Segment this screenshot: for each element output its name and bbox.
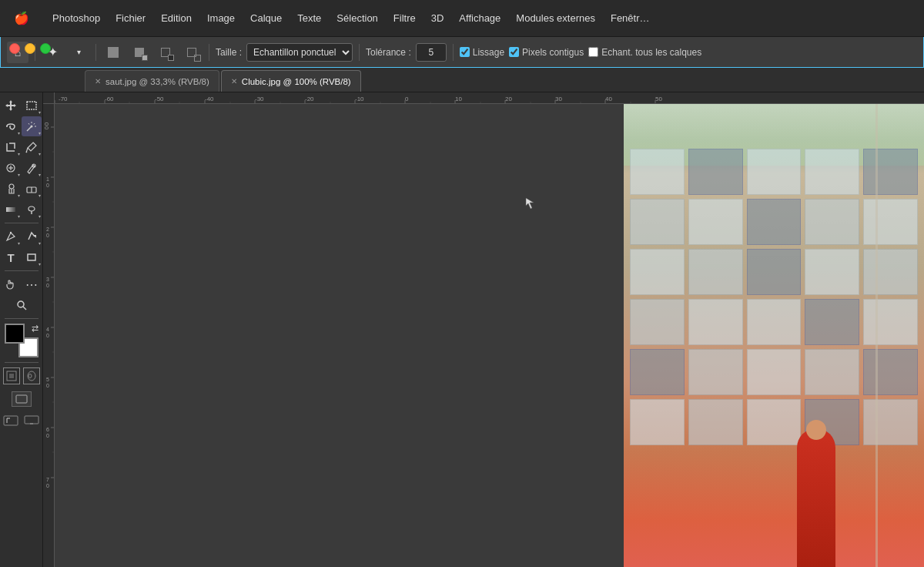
move-tool[interactable] <box>1 96 21 116</box>
apple-menu[interactable]: 🍎 <box>6 8 37 29</box>
hand-tool[interactable] <box>1 274 21 294</box>
svg-rect-34 <box>55 92 902 104</box>
svg-text:10: 10 <box>455 96 462 102</box>
rect-select-tool[interactable]: ▾ <box>22 96 42 116</box>
svg-text:5: 5 <box>46 377 49 382</box>
svg-rect-0 <box>27 102 36 109</box>
svg-text:0: 0 <box>46 433 49 438</box>
foreground-color-swatch[interactable] <box>5 324 25 344</box>
canvas[interactable] <box>55 104 924 567</box>
svg-text:40: 40 <box>605 96 612 102</box>
pixels-contigus-checkbox-group[interactable]: Pixels contigus <box>509 47 584 58</box>
shape-tool[interactable]: ▾ <box>22 247 42 267</box>
heal-tool[interactable]: ▾ <box>1 158 21 178</box>
menu-modules[interactable]: Modules externes <box>508 9 603 27</box>
tab-clubic[interactable]: ✕ Clubic.jpg @ 100% (RVB/8) <box>221 70 361 92</box>
3d-mode-btn[interactable] <box>1 411 21 431</box>
lasso-tool[interactable]: ▾ <box>1 116 21 136</box>
main-area: ▾ ▾ ▾ ▾ ▾ ▾ <box>0 92 924 567</box>
photo-area <box>624 104 924 567</box>
svg-point-21 <box>10 232 12 233</box>
menu-fenetre[interactable]: Fenêtr… <box>603 9 658 27</box>
tab-saut[interactable]: ✕ saut.jpg @ 33,3% (RVB/8) <box>85 70 219 92</box>
svg-text:0: 0 <box>405 96 409 102</box>
lissage-checkbox[interactable] <box>460 47 470 57</box>
crop-tool[interactable]: ▾ <box>1 137 21 157</box>
eyedropper-tool[interactable]: ▾ <box>22 137 42 157</box>
gradient-tool[interactable]: ▾ <box>1 200 21 220</box>
path-select-tool[interactable]: ▾ <box>22 226 42 247</box>
tab-label-saut: saut.jpg @ 33,3% (RVB/8) <box>105 77 209 86</box>
stamp-tool[interactable]: ▾ <box>1 179 21 199</box>
svg-rect-30 <box>16 395 27 403</box>
eraser-tool[interactable]: ▾ <box>22 179 42 199</box>
svg-text:30: 30 <box>555 96 562 102</box>
svg-text:0: 0 <box>44 126 49 129</box>
svg-point-14 <box>9 184 14 189</box>
text-tool[interactable]: T <box>1 247 21 267</box>
quick-mask-btn[interactable] <box>23 367 40 384</box>
menu-3d[interactable]: 3D <box>424 9 452 27</box>
tolerance-input[interactable] <box>416 43 447 62</box>
svg-rect-18 <box>6 207 15 212</box>
tab-close-saut[interactable]: ✕ <box>95 78 101 86</box>
shape-add-btn[interactable] <box>129 42 150 63</box>
vertical-ruler: 0 0 1 0 2 0 3 0 4 0 5 0 6 0 7 <box>43 104 55 567</box>
pen-tool[interactable]: ▾ <box>1 226 21 247</box>
pixels-contigus-checkbox[interactable] <box>509 47 519 57</box>
svg-text:3: 3 <box>46 277 49 282</box>
svg-text:-30: -30 <box>255 96 264 102</box>
zoom-tool[interactable] <box>12 295 32 315</box>
echant-calques-checkbox-group[interactable]: Echant. tous les calques <box>588 47 701 58</box>
monitor-btn[interactable] <box>22 411 42 431</box>
svg-point-19 <box>28 206 35 211</box>
lissage-checkbox-group[interactable]: Lissage <box>460 47 504 58</box>
svg-line-5 <box>34 123 35 125</box>
svg-point-1 <box>6 126 8 127</box>
menu-filtre[interactable]: Filtre <box>386 9 424 27</box>
close-button[interactable] <box>9 43 20 54</box>
menu-texte[interactable]: Texte <box>290 9 329 27</box>
svg-text:0: 0 <box>43 122 50 126</box>
shape-intersect-btn[interactable] <box>181 42 203 63</box>
dodge-tool[interactable]: ▾ <box>22 200 42 220</box>
ruler-corner <box>43 92 55 104</box>
svg-text:-20: -20 <box>305 96 314 102</box>
menu-affichage[interactable]: Affichage <box>451 9 508 27</box>
minimize-button[interactable] <box>25 43 35 54</box>
svg-point-3 <box>31 126 33 128</box>
shape-subtract-btn[interactable] <box>155 42 176 63</box>
menu-photoshop[interactable]: Photoshop <box>45 9 108 27</box>
building-photo <box>624 104 924 567</box>
size-select[interactable]: Echantillon ponctuel 3 x 3 moyenne 5 x 5… <box>246 43 353 62</box>
svg-text:-70: -70 <box>59 96 68 102</box>
horizontal-ruler: -70 -60 -50 -40 -30 -20 -10 0 10 20 30 4… <box>55 92 924 104</box>
more-tools[interactable]: ⋯ <box>22 274 42 294</box>
pixels-contigus-label: Pixels contigus <box>522 47 584 58</box>
svg-text:0: 0 <box>46 383 49 388</box>
screen-mode-btn[interactable] <box>12 391 32 407</box>
brush-tool[interactable]: ▾ <box>22 158 42 178</box>
menu-image[interactable]: Image <box>199 9 243 27</box>
menu-selection[interactable]: Sélection <box>329 9 385 27</box>
ruler-h-svg: -70 -60 -50 -40 -30 -20 -10 0 10 20 30 4… <box>55 92 902 104</box>
tab-label-clubic: Clubic.jpg @ 100% (RVB/8) <box>242 77 351 86</box>
svg-text:50: 50 <box>655 96 662 102</box>
normal-mode-btn[interactable] <box>3 367 20 384</box>
svg-text:-40: -40 <box>205 96 214 102</box>
lissage-label: Lissage <box>473 47 504 58</box>
tab-close-clubic[interactable]: ✕ <box>231 78 237 86</box>
echant-calques-checkbox[interactable] <box>588 47 598 57</box>
swap-colors-button[interactable]: ⇄ <box>32 324 38 334</box>
ruler-v-svg: 0 0 1 0 2 0 3 0 4 0 5 0 6 0 7 <box>43 104 55 567</box>
maximize-button[interactable] <box>40 43 51 54</box>
menu-calque[interactable]: Calque <box>243 9 290 27</box>
magic-wand-tool[interactable]: ▾ <box>22 116 42 136</box>
menu-edition[interactable]: Edition <box>153 9 199 27</box>
svg-text:-10: -10 <box>355 96 364 102</box>
svg-rect-23 <box>28 254 35 260</box>
shape-filled-btn[interactable] <box>102 42 124 63</box>
wand-dropdown[interactable]: ▾ <box>68 42 89 63</box>
menu-fichier[interactable]: Fichier <box>108 9 153 27</box>
svg-rect-31 <box>4 416 18 425</box>
